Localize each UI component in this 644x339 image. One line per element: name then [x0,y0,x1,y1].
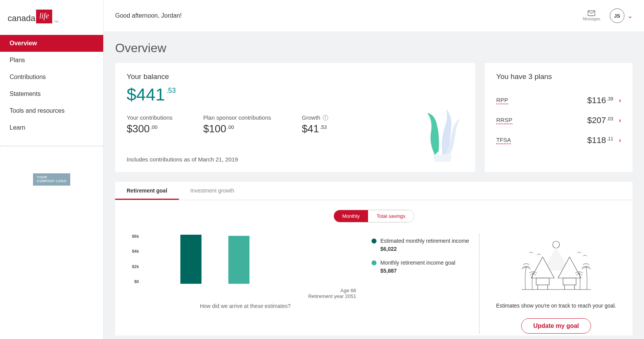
legend-dot-icon [372,239,376,244]
chevron-right-icon: › [619,97,621,104]
plan-amount-cents: .11 [607,136,613,142]
nav-learn[interactable]: Learn [0,119,103,136]
your-contributions-label: Your contributions [127,114,173,121]
brand-text-2: life [36,10,52,23]
plan-name: RRSP [496,117,512,124]
chart-x-label: Age 66 Retirement year 2051 [127,288,364,299]
bar-estimated [180,235,201,284]
chevron-right-icon: › [619,117,621,124]
your-contributions-cents: .00 [150,124,157,130]
beach-illustration [518,238,594,295]
contributions-note: Includes contributions as of March 21, 2… [127,156,464,163]
plans-title: You have 3 plans [496,72,621,81]
nav-statements[interactable]: Statements [0,86,103,102]
main-content: Good afternoon, Jordan! Messages JS ⌄ Ov… [104,0,644,339]
plant-illustration [421,105,464,164]
topbar: Good afternoon, Jordan! Messages JS ⌄ [104,0,644,31]
chevron-right-icon: › [619,137,621,144]
sponsor-contributions-cents: .00 [227,124,234,130]
legend-estimated: Estimated monthly retirement income $6,0… [372,238,471,252]
svg-point-1 [553,241,560,248]
y-tick: $2k [127,264,139,269]
plans-card: You have 3 plans RPP $116 .39 › RRSP [485,63,632,172]
legend-label: Monthly retirement income goal [380,260,455,266]
chevron-down-icon: ⌄ [627,12,632,20]
plan-amount-cents: .03 [607,116,613,122]
bar-goal [228,236,249,284]
balance-amount: $441 .53 [127,85,464,105]
plan-row-rpp[interactable]: RPP $116 .39 › [496,91,621,110]
sponsor-contributions-whole: $100 [203,123,226,135]
company-logo-placeholder: YOUR COMPANY LOGO [33,173,71,186]
plan-amount-whole: $207 [587,115,606,125]
goal-status-text: Estimates show you're on track to reach … [487,303,625,309]
brand-logo: canada life TM [0,0,103,35]
sponsor-contributions: Plan sponsor contributions $100 .00 [203,114,271,135]
y-tick: $0 [127,279,139,284]
plan-name: RPP [496,97,508,104]
nav-contributions[interactable]: Contributions [0,69,103,86]
balance-card: Your balance $441 .53 Your contributions… [115,63,475,172]
view-toggle: Monthly Total savings [334,210,414,222]
toggle-total-savings[interactable]: Total savings [368,210,414,222]
chart-x-line1: Age 66 [127,288,356,293]
chart-y-axis: $0 $2k $4k $6k [127,234,142,284]
envelope-icon [588,10,595,16]
messages-button[interactable]: Messages [583,10,600,21]
legend-dot-icon [372,260,376,265]
messages-label: Messages [583,17,600,21]
svg-rect-5 [536,278,549,285]
y-tick: $6k [127,234,139,239]
brand-text-1: canada [8,13,35,23]
balance-whole: $441 [127,85,165,105]
tabs-bar: Retirement goal Investment growth [115,182,632,200]
your-contributions: Your contributions $300 .00 [127,114,173,135]
plan-name: TFSA [496,137,511,144]
your-contributions-whole: $300 [127,123,150,135]
update-goal-button[interactable]: Update my goal [521,318,591,334]
brand-tm: TM [54,20,59,23]
page-title: Overview [115,41,632,55]
growth-cents: .53 [320,124,327,130]
sidebar: canada life TM Overview Plans Contributi… [0,0,104,339]
chart-x-line2: Retirement year 2051 [127,293,356,299]
growth-whole: $41 [302,123,319,135]
legend-goal: Monthly retirement income goal $5,887 [372,260,471,274]
greeting-text: Good afternoon, Jordan! [115,12,182,19]
retirement-card: Retirement goal Investment growth Monthl… [115,182,632,336]
user-menu[interactable]: JS ⌄ [610,8,632,23]
legend-value: $6,022 [380,246,469,252]
chart-legend: Estimated monthly retirement income $6,0… [372,234,479,334]
nav-plans[interactable]: Plans [0,52,103,69]
toggle-monthly[interactable]: Monthly [334,210,368,222]
nav-separator [0,146,103,146]
plan-amount-whole: $116 [587,95,606,105]
tab-retirement-goal[interactable]: Retirement goal [115,182,179,200]
plan-amount-cents: .39 [607,96,613,102]
svg-rect-6 [563,278,576,285]
growth-block: Growth i $41 .53 [302,114,328,135]
avatar: JS [610,8,624,23]
balance-label: Your balance [127,72,464,81]
plan-amount-whole: $118 [587,135,606,145]
balance-cents: .53 [166,87,176,95]
estimates-link[interactable]: How did we arrive at these estimates? [127,303,364,311]
growth-label: Growth [302,114,320,121]
plan-row-tfsa[interactable]: TFSA $118 .11 › [496,130,621,150]
tab-investment-growth[interactable]: Investment growth [179,182,246,200]
legend-value: $5,887 [380,268,455,274]
chart-area: $0 $2k $4k $6k Age 66 [115,234,372,334]
main-nav: Overview Plans Contributions Statements … [0,35,103,136]
company-logo-line2: COMPANY LOGO [37,179,67,183]
goal-side-panel: Estimates show you're on track to reach … [479,234,632,334]
sponsor-contributions-label: Plan sponsor contributions [203,114,271,121]
info-icon[interactable]: i [323,115,328,120]
nav-overview[interactable]: Overview [0,35,103,52]
y-tick: $4k [127,249,139,253]
nav-tools[interactable]: Tools and resources [0,102,103,119]
chart-bars [142,234,249,284]
plan-row-rrsp[interactable]: RRSP $207 .03 › [496,110,621,130]
legend-label: Estimated monthly retirement income [380,238,469,244]
